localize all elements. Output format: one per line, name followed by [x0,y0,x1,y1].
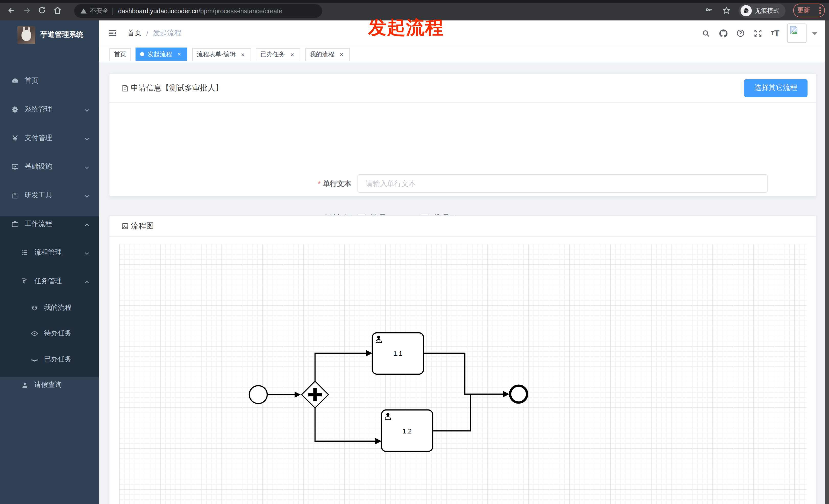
tab-create-process[interactable]: 发起流程 × [136,47,187,61]
sidebar-item-leave-query[interactable]: 请假查询 [0,372,99,398]
monitor-icon [11,162,19,171]
tab-form-edit[interactable]: 流程表单-编辑 × [192,48,251,61]
sidebar-item-label: 工作流程 [25,219,52,229]
forward-icon[interactable] [21,4,33,16]
bpmn-canvas-grid[interactable] [119,244,806,504]
breadcrumb-separator: / [146,29,148,37]
chevron-down-icon [84,250,89,255]
chevron-down-icon [84,164,89,169]
address-bar[interactable]: 不安全 dashboard.yudao.iocoder.cn/bpm/proce… [74,4,322,18]
sidebar-item-done-tasks[interactable]: 已办任务 [0,347,99,372]
process-diagram-card: 流程图 [109,215,817,504]
url-divider [112,7,113,14]
tab-label: 我的流程 [310,50,334,59]
sidebar-item-home[interactable]: 首页 [0,68,99,93]
sidebar-item-process-management[interactable]: 流程管理 [0,240,99,265]
sidebar-item-workflow[interactable]: 工作流程 [0,211,99,237]
tab-home[interactable]: 首页 [109,48,131,61]
sidebar-item-label: 待办任务 [44,329,72,338]
breadcrumb-home[interactable]: 首页 [127,29,142,38]
active-dot-icon [140,52,144,56]
search-icon[interactable] [697,21,715,46]
incognito-badge: 无痕模式 [738,4,786,18]
close-icon[interactable]: × [176,51,183,58]
app-title: 芋道管理系统 [40,30,83,39]
application-info-card: 申请信息【测试多审批人】 选择其它流程 *单行文本 *多选框组 选项一 选项二 [109,73,817,197]
sidebar-item-infrastructure[interactable]: 基础设施 [0,154,99,180]
list-icon [21,248,29,257]
incognito-label: 无痕模式 [755,6,780,15]
tab-label: 流程表单-编辑 [197,50,236,59]
card-header: 流程图 [109,216,816,237]
briefcase-icon [11,191,19,199]
tab-my-process[interactable]: 我的流程 × [305,48,350,61]
browser-menu-icon[interactable] [819,6,821,15]
user-icon [21,381,29,389]
logo-image [17,26,35,44]
bookmark-star-icon[interactable] [720,4,732,16]
tab-done-tasks[interactable]: 已办任务 × [256,48,300,61]
page-content: 申请信息【测试多审批人】 选择其它流程 *单行文本 *多选框组 选项一 选项二 [99,62,825,504]
breadcrumb: 首页 / 发起流程 [127,21,182,46]
breadcrumb-current: 发起流程 [153,29,182,38]
form-row-text: *单行文本 [305,174,768,193]
avatar[interactable] [787,24,806,43]
browser-update-button[interactable]: 更新 [793,4,825,17]
tab-label: 已办任务 [260,50,285,59]
close-icon[interactable]: × [338,51,345,58]
url-path: /bpm/process-instance/create [199,7,282,14]
font-size-big: T [774,29,780,38]
card-title: 申请信息【测试多审批人】 [131,83,223,93]
image-icon [121,222,129,230]
eye-closed-icon [30,355,38,363]
sidebar-logo[interactable]: 芋道管理系统 [0,21,99,49]
tags-view-bar: 首页 发起流程 × 流程表单-编辑 × 已办任务 × 我的流程 × [99,46,825,62]
sidebar-item-dev-tools[interactable]: 研发工具 [0,183,99,208]
reload-icon[interactable] [36,4,48,16]
broken-image-icon [789,25,799,35]
fullscreen-icon[interactable] [749,21,767,46]
key-icon[interactable] [703,4,715,16]
card-header: 申请信息【测试多审批人】 选择其它流程 [109,74,816,103]
choose-other-process-button[interactable]: 选择其它流程 [744,79,807,97]
url-domain: dashboard.yudao.iocoder.cn [118,7,199,14]
field-label: 单行文本 [323,179,351,187]
avatar-caret-icon[interactable] [812,31,818,35]
sidebar-item-todo-tasks[interactable]: 待办任务 [0,320,99,346]
sidebar-item-payment[interactable]: 支付管理 [0,125,99,151]
font-size-small: T [771,31,774,36]
app-navbar: 首页 / 发起流程 TT [99,21,825,46]
sidebar-item-label: 系统管理 [25,105,52,114]
font-size-icon[interactable]: TT [767,21,784,46]
required-marker: * [318,179,321,187]
chevron-down-icon [84,193,89,198]
chevron-down-icon [84,135,89,141]
sidebar-item-my-process[interactable]: 我的流程 [0,295,99,320]
browser-top-strip [0,0,829,3]
help-icon[interactable] [732,21,749,46]
flow-icon [21,277,29,285]
card-title: 流程图 [131,221,154,231]
incognito-icon [741,5,752,16]
sidebar-item-label: 首页 [25,76,38,85]
tab-label: 发起流程 [148,50,172,59]
sidebar-item-label: 已办任务 [44,355,72,364]
sidebar-item-label: 支付管理 [25,133,52,143]
home-icon[interactable] [51,4,63,16]
sidebar-item-label: 基础设施 [25,162,52,171]
window-scrollbar[interactable] [825,21,829,504]
sidebar-toggle-icon[interactable] [107,28,118,38]
briefcase-icon [11,220,19,228]
back-icon[interactable] [5,4,17,16]
sidebar-item-system[interactable]: 系统管理 [0,96,99,122]
sidebar-item-task-management[interactable]: 任务管理 [0,268,99,294]
close-icon[interactable]: × [239,51,247,58]
chevron-down-icon [84,107,89,112]
single-line-text-input[interactable] [358,174,768,193]
github-icon[interactable] [715,21,732,46]
close-icon[interactable]: × [289,51,296,58]
sidebar-item-label: 任务管理 [34,276,62,286]
sidebar-item-label: 我的流程 [44,303,72,312]
tab-label: 首页 [114,50,126,59]
eye-icon [30,329,38,337]
